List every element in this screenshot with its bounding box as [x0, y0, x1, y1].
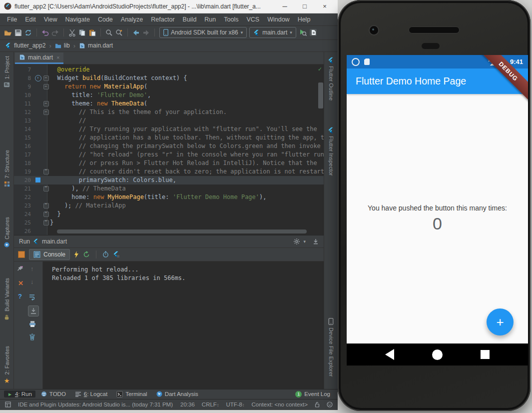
context-selector[interactable]: Context: <no context> [251, 402, 308, 408]
menu-help[interactable]: Help [294, 14, 315, 26]
tool-button-flutter-outline[interactable]: Flutter Outline [324, 57, 338, 100]
line-ending-selector[interactable]: CRLF↕ [202, 402, 219, 408]
tool-button-6-logcat[interactable]: 6: Logcat [71, 390, 111, 398]
code-line-7[interactable]: 7 @override [14, 66, 324, 74]
menu-vcs[interactable]: VCS [242, 14, 263, 26]
tool-button-7-structure[interactable]: 7: Structure [0, 150, 13, 187]
breadcrumb-lib[interactable]: lib [55, 42, 70, 49]
back-button[interactable] [385, 349, 394, 360]
gear-icon[interactable] [293, 238, 300, 245]
tab-main-dart[interactable]: main.dart × [15, 52, 63, 64]
fold-collapse-icon[interactable]: − [43, 110, 49, 115]
menu-code[interactable]: Code [94, 14, 117, 26]
menu-analyze[interactable]: Analyze [117, 14, 147, 26]
fold-collapse-icon[interactable]: − [43, 101, 49, 106]
help-icon[interactable]: ? [18, 292, 22, 300]
code-line-23[interactable]: 23^ ); // MaterialApp [14, 202, 324, 210]
caret-position[interactable]: 20:36 [180, 402, 195, 408]
breadcrumb-main-dart[interactable]: main.dart [79, 42, 113, 49]
inspections-hector-icon[interactable] [327, 402, 333, 408]
undo-icon[interactable] [41, 29, 49, 36]
recents-button[interactable] [481, 350, 490, 359]
tool-button-1-project[interactable]: 1: Project [0, 56, 13, 88]
minimize-button[interactable]: ─ [275, 2, 295, 10]
pin-icon[interactable] [17, 266, 23, 272]
code-line-11[interactable]: 11− theme: new ThemeData( [14, 100, 324, 108]
flutter-attach-icon[interactable] [113, 251, 119, 258]
fold-end-icon[interactable]: ^ [43, 212, 49, 217]
code-editor[interactable]: 7 @override8↑− Widget build(BuildContext… [14, 64, 324, 235]
color-swatch-icon[interactable] [35, 178, 40, 182]
console-tab[interactable]: Console [29, 249, 70, 260]
clear-all-icon[interactable] [29, 334, 35, 340]
code-line-15[interactable]: 15 // application has a blue toolbar. Th… [14, 134, 324, 142]
copy-icon[interactable] [78, 29, 86, 36]
tool-button-device-file-explorer[interactable]: Device File Explorer [324, 318, 338, 376]
scroll-to-end-icon[interactable] [28, 306, 39, 316]
hide-panel-icon[interactable] [313, 238, 319, 244]
menu-window[interactable]: Window [263, 14, 293, 26]
tool-button-build-variants[interactable]: Build Variants [0, 278, 13, 320]
increment-fab[interactable]: + [487, 308, 514, 336]
menu-tools[interactable]: Tools [220, 14, 242, 26]
hot-reload-icon[interactable] [74, 251, 79, 258]
code-line-10[interactable]: 10 title: 'Flutter Demo', [14, 91, 324, 100]
code-line-24[interactable]: 24^ } [14, 210, 324, 218]
fold-end-icon[interactable]: ^ [43, 220, 49, 226]
editor-vertical-scrollbar[interactable] [318, 82, 323, 108]
tool-window-toggle-icon[interactable] [5, 402, 11, 408]
hot-restart-icon[interactable] [83, 251, 90, 258]
menu-file[interactable]: File [3, 14, 21, 26]
replace-icon[interactable] [115, 29, 123, 36]
code-line-20[interactable]: 20 primarySwatch: Colors.blue, [14, 176, 324, 184]
status-message[interactable]: IDE and Plugin Updates: Android Studio i… [18, 402, 173, 408]
encoding-selector[interactable]: UTF-8↕ [226, 402, 244, 408]
forward-icon[interactable] [142, 29, 150, 36]
code-line-19[interactable]: 19^ // counter didn't reset back to zero… [14, 168, 324, 176]
back-icon[interactable] [132, 29, 140, 36]
search-icon[interactable] [105, 29, 113, 36]
tool-button-terminal[interactable]: Terminal [113, 390, 150, 398]
fold-collapse-icon[interactable]: − [43, 84, 49, 90]
fold-end-icon[interactable]: ^ [43, 169, 49, 174]
breadcrumb-flutter-app2[interactable]: flutter_app2 [5, 42, 45, 49]
code-line-14[interactable]: 14 // Try running your application with … [14, 125, 324, 134]
tool-button-event-log[interactable]: 1 Event Log [292, 390, 334, 398]
sync-icon[interactable] [24, 29, 32, 36]
fold-end-icon[interactable]: ^ [43, 203, 49, 208]
paste-icon[interactable] [88, 29, 96, 36]
code-line-22[interactable]: 22 home: new MyHomePage(title: 'Flutter … [14, 193, 324, 202]
close-button[interactable]: × [315, 2, 335, 10]
open-icon[interactable] [4, 29, 12, 36]
menu-build[interactable]: Build [179, 14, 201, 26]
cut-icon[interactable] [68, 29, 76, 36]
fold-end-icon[interactable]: ^ [43, 186, 49, 192]
code-line-18[interactable]: 18 // or press Run > Flutter Hot Reload … [14, 159, 324, 168]
tool-button-captures[interactable]: Captures [0, 217, 13, 248]
code-line-9[interactable]: 9− return new MaterialApp( [14, 82, 324, 91]
timeline-icon[interactable] [102, 251, 109, 258]
save-icon[interactable] [14, 29, 22, 36]
home-button[interactable] [432, 350, 443, 360]
code-line-25[interactable]: 25^} [14, 218, 324, 227]
code-line-12[interactable]: 12− // This is the theme of your applica… [14, 108, 324, 116]
stop-button[interactable] [18, 251, 25, 258]
print-icon[interactable] [29, 320, 36, 328]
override-marker-icon[interactable]: ↑ [35, 75, 41, 82]
redo-icon[interactable] [51, 29, 59, 36]
tool-button-todo[interactable]: TODO [37, 390, 69, 398]
tool-button-2-favorites[interactable]: 2: Favorites★ [0, 346, 13, 384]
menu-navigate[interactable]: Navigate [61, 14, 94, 26]
down-arrow-icon[interactable]: ↓ [30, 278, 33, 286]
code-line-16[interactable]: 16 // changing the primarySwatch below t… [14, 142, 324, 150]
maximize-button[interactable]: □ [295, 2, 315, 10]
run-config-selector[interactable]: main.dart ▾ [249, 27, 296, 38]
up-arrow-icon[interactable]: ↑ [30, 266, 33, 272]
menu-view[interactable]: View [40, 14, 61, 26]
lock-icon[interactable] [315, 402, 320, 408]
editor-horizontal-scrollbar[interactable] [57, 230, 307, 234]
run-attach-icon[interactable] [299, 28, 307, 36]
tool-button-flutter-inspector[interactable]: Flutter Inspector [324, 127, 338, 176]
menu-edit[interactable]: Edit [21, 14, 40, 26]
code-line-21[interactable]: 21^ ), // ThemeData [14, 184, 324, 193]
